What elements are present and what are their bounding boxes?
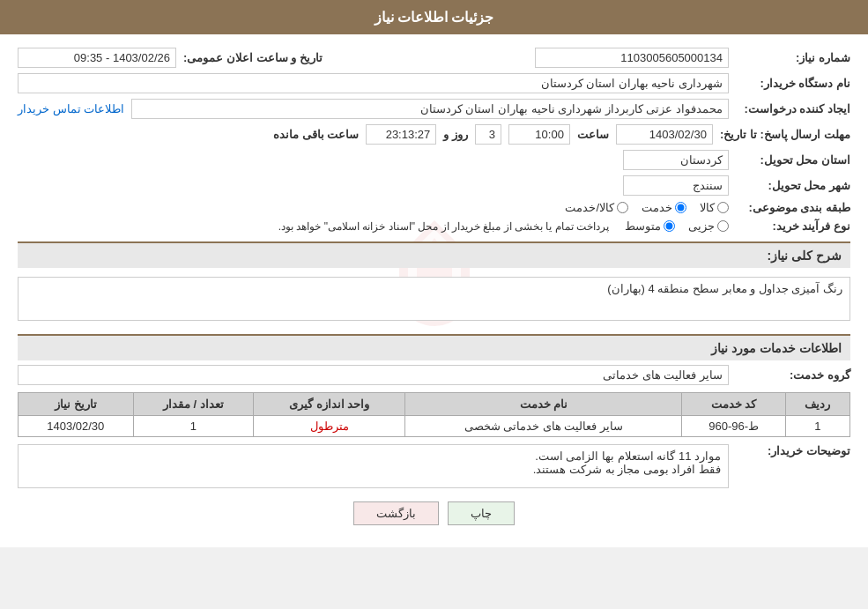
col-service-name: نام خدمت	[405, 393, 682, 416]
service-group-row: گروه خدمت: سایر فعالیت های خدماتی	[18, 365, 850, 385]
response-remaining-label: ساعت باقی مانده	[273, 128, 359, 141]
services-info-section: اطلاعات خدمات مورد نیاز	[18, 334, 850, 360]
buyer-notes-row: توضیحات خریدار: موارد 11 گانه استعلام به…	[18, 444, 850, 488]
response-day-label: روز و	[443, 128, 468, 141]
col-service-code: کد خدمت	[682, 393, 785, 416]
need-number-label: شماره نیاز:	[736, 51, 850, 64]
col-row-num: ردیف	[785, 393, 849, 416]
response-deadline-label: مهلت ارسال پاسخ: تا تاریخ:	[720, 128, 850, 141]
category-kala-option[interactable]: کالا	[700, 201, 729, 214]
response-deadline-row: مهلت ارسال پاسخ: تا تاریخ: 1403/02/30 سا…	[18, 124, 850, 145]
process-options: جزیی متوسط	[625, 219, 729, 233]
need-description-section: شرح کلی نیاز:	[18, 241, 850, 268]
cell-quantity: 1	[133, 416, 254, 437]
response-date: 1403/02/30	[616, 124, 713, 145]
delivery-city-row: شهر محل تحویل: سنندج	[18, 175, 850, 196]
buyer-notes-line2: فقط افراد بومی مجاز به شرکت هستند.	[26, 463, 721, 476]
process-jozii-option[interactable]: جزیی	[688, 219, 729, 233]
services-table: ردیف کد خدمت نام خدمت واحد اندازه گیری ت…	[18, 392, 850, 437]
delivery-city-value: سنندج	[623, 175, 729, 196]
service-group-label: گروه خدمت:	[736, 368, 850, 382]
process-motavasset-option[interactable]: متوسط	[625, 219, 675, 233]
announcement-date-label: تاریخ و ساعت اعلان عمومی:	[183, 51, 323, 64]
category-khedmat-label: خدمت	[642, 201, 672, 214]
process-label: نوع فرآیند خرید:	[736, 219, 850, 233]
buyer-org-value: شهرداری ناحیه بهاران استان کردستان	[18, 73, 729, 93]
response-time: 10:00	[508, 124, 570, 145]
need-description-value: رنگ آمیزی جداول و معابر سطح منطقه 4 (بها…	[18, 277, 850, 321]
print-button[interactable]: چاپ	[448, 501, 515, 525]
requester-row: ایجاد کننده درخواست: محمدفواد عزتی کاربر…	[18, 99, 850, 119]
back-button[interactable]: بازگشت	[353, 501, 439, 525]
delivery-province-row: استان محل تحویل: کردستان	[18, 150, 850, 170]
table-row: 1 ط-96-960 سایر فعالیت های خدماتی شخصی م…	[19, 416, 850, 437]
category-row: طبقه بندی موضوعی: کالا خدمت کالا/خدمت	[18, 201, 850, 214]
cell-service-name: سایر فعالیت های خدماتی شخصی	[405, 416, 682, 437]
category-label: طبقه بندی موضوعی:	[736, 201, 850, 214]
buyer-notes-value: موارد 11 گانه استعلام بها الزامی است. فق…	[18, 444, 729, 488]
need-description-label: شرح کلی نیاز:	[768, 249, 842, 263]
category-options: کالا خدمت کالا/خدمت	[565, 201, 729, 214]
col-date: تاریخ نیاز	[19, 393, 134, 416]
buyer-notes-label: توضیحات خریدار:	[736, 444, 850, 457]
col-quantity: تعداد / مقدار	[133, 393, 254, 416]
category-kala-khedmat-option[interactable]: کالا/خدمت	[565, 201, 628, 214]
delivery-province-value: کردستان	[623, 150, 729, 170]
cell-row-num: 1	[785, 416, 849, 437]
cell-unit: مترطول	[254, 416, 405, 437]
col-unit: واحد اندازه گیری	[254, 393, 405, 416]
process-motavasset-label: متوسط	[625, 219, 661, 233]
contact-info-link[interactable]: اطلاعات تماس خریدار	[18, 102, 124, 115]
category-kala-khedmat-label: کالا/خدمت	[565, 201, 614, 214]
category-kala-label: کالا	[700, 201, 715, 214]
delivery-city-label: شهر محل تحویل:	[736, 179, 850, 192]
process-row: نوع فرآیند خرید: جزیی متوسط پرداخت تمام …	[18, 219, 850, 233]
response-days: 3	[475, 124, 501, 145]
need-number-row: شماره نیاز: 1103005605000134 تاریخ و ساع…	[18, 48, 850, 68]
buyer-org-row: نام دستگاه خریدار: شهرداری ناحیه بهاران …	[18, 73, 850, 93]
cell-date: 1403/02/30	[19, 416, 134, 437]
response-remaining: 23:13:27	[366, 124, 436, 145]
delivery-province-label: استان محل تحویل:	[736, 153, 850, 167]
process-jozii-label: جزیی	[688, 219, 715, 233]
requester-label: ایجاد کننده درخواست:	[736, 102, 850, 115]
services-table-header: ردیف کد خدمت نام خدمت واحد اندازه گیری ت…	[19, 393, 850, 416]
cell-service-code: ط-96-960	[682, 416, 785, 437]
page-header: جزئیات اطلاعات نیاز	[0, 0, 868, 34]
service-group-value: سایر فعالیت های خدماتی	[18, 365, 729, 385]
announcement-date-value: 1403/02/26 - 09:35	[18, 48, 176, 68]
action-buttons: چاپ بازگشت	[18, 501, 850, 525]
buyer-org-label: نام دستگاه خریدار:	[736, 77, 850, 90]
requester-value: محمدفواد عزتی کاربرداز شهرداری ناحیه بها…	[131, 99, 729, 119]
buyer-notes-line1: موارد 11 گانه استعلام بها الزامی است.	[26, 449, 721, 463]
need-number-value: 1103005605000134	[535, 48, 729, 68]
response-time-label: ساعت	[577, 128, 609, 141]
process-note: پرداخت تمام یا بخشی از مبلغ خریدار از مح…	[278, 220, 609, 233]
page-title: جزئیات اطلاعات نیاز	[375, 10, 494, 25]
services-info-label: اطلاعات خدمات مورد نیاز	[711, 341, 842, 355]
category-khedmat-option[interactable]: خدمت	[642, 201, 686, 214]
